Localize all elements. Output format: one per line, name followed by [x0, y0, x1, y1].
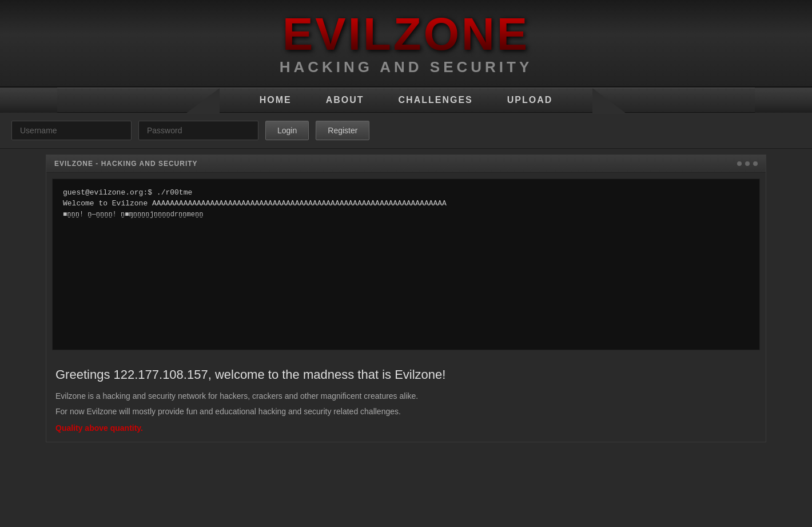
logo-subtitle: HACKING AND SECURITY [0, 58, 812, 76]
login-button[interactable]: Login [265, 121, 309, 140]
nav-wrapper: HOMEABOUTCHALLENGESUPLOAD [0, 88, 812, 113]
nav-item-challenges[interactable]: CHALLENGES [381, 88, 490, 112]
content-title-text: EVILZONE - HACKING AND SECURITY [54, 160, 198, 168]
main-content: EVILZONE - HACKING AND SECURITY guest@ev… [46, 154, 766, 442]
nav: HOMEABOUTCHALLENGESUPLOAD [57, 88, 755, 113]
terminal-line1: guest@evilzone.org:$ ./r00tme [63, 188, 749, 197]
description-line2: For now Evilzone will mostly provide fun… [55, 406, 757, 418]
logo-title: EVILZONE [0, 11, 812, 57]
nav-inner: HOMEABOUTCHALLENGESUPLOAD [220, 88, 593, 112]
terminal: guest@evilzone.org:$ ./r00tme Welcome to… [52, 179, 760, 350]
greetings-heading: Greetings 122.177.108.157, welcome to th… [55, 367, 757, 382]
nav-item-about[interactable]: ABOUT [309, 88, 381, 112]
nav-item-upload[interactable]: UPLOAD [490, 88, 570, 112]
register-button[interactable]: Register [316, 121, 369, 140]
window-controls [737, 161, 758, 166]
username-input[interactable] [11, 121, 132, 140]
quality-line: Quality above quantity. [55, 423, 757, 433]
terminal-line2: Welcome to Evilzone AAAAAAAAAAAAAAAAAAAA… [63, 199, 749, 208]
description-line1: Evilzone is a hacking and security netwo… [55, 390, 757, 402]
content-titlebar: EVILZONE - HACKING AND SECURITY [46, 155, 766, 173]
password-input[interactable] [138, 121, 258, 140]
win-dot-3 [753, 161, 758, 166]
nav-item-home[interactable]: HOME [242, 88, 309, 112]
win-dot-1 [737, 161, 742, 166]
greetings-section: Greetings 122.177.108.157, welcome to th… [46, 356, 766, 442]
header: EVILZONE HACKING AND SECURITY [0, 0, 812, 88]
terminal-line3: ■ṉṉṉ! ṉ―ṉṉṉṉ! ṉ■ɱṉṉṉṉĵṉṉṉṉdrṉṉmeṉṉ [63, 210, 749, 219]
win-dot-2 [745, 161, 750, 166]
login-bar: Login Register [0, 113, 812, 149]
